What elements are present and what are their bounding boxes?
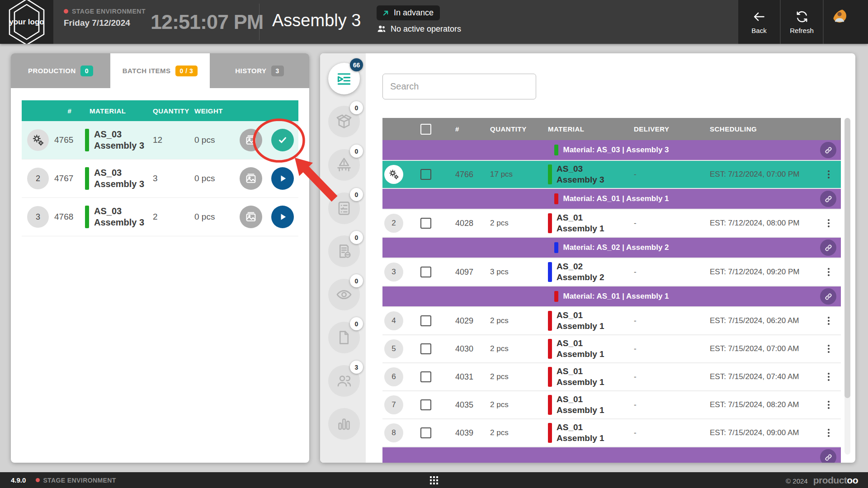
- work-order-row[interactable]: 840392 pcsAS_01Assembly 1-EST: 7/15/2024…: [382, 419, 841, 446]
- col-quantity: QUANTITY: [488, 125, 546, 133]
- header-divider: [259, 4, 259, 40]
- row-order-number: 5: [384, 339, 403, 358]
- image-button[interactable]: [240, 206, 262, 228]
- row-menu-button[interactable]: [816, 317, 841, 325]
- logo-text: your logo: [0, 18, 53, 27]
- work-order-row[interactable]: 440292 pcsAS_01Assembly 1-EST: 7/15/2024…: [382, 307, 841, 334]
- group-link-button[interactable]: [820, 142, 836, 158]
- group-link-button[interactable]: [820, 239, 836, 256]
- material-name: Assembly 1: [557, 349, 604, 360]
- rail-item-document[interactable]: 0: [328, 322, 360, 353]
- row-scheduling: EST: 7/15/2024, 07:00 AM: [708, 344, 816, 353]
- status-block: In advance No active operators: [377, 5, 461, 34]
- material-text: AS_03Assembly 3: [94, 167, 144, 190]
- item-number: 4767: [54, 174, 85, 183]
- row-menu-button[interactable]: [816, 268, 841, 276]
- work-order-row[interactable]: 240282 pcsAS_01Assembly 1-EST: 7/12/2024…: [382, 210, 841, 237]
- work-order-row[interactable]: 740352 pcsAS_01Assembly 1-EST: 7/15/2024…: [382, 391, 841, 418]
- user-avatar-button[interactable]: [824, 0, 868, 44]
- environment-dot-icon: [36, 478, 40, 482]
- image-button[interactable]: [240, 129, 262, 151]
- material-code: AS_01: [557, 212, 604, 223]
- tab-badge: 0 / 3: [175, 66, 198, 76]
- row-checkbox[interactable]: [420, 343, 431, 354]
- tab-label: PRODUCTION: [28, 67, 76, 75]
- apps-grid-button[interactable]: [430, 476, 438, 484]
- work-order-row[interactable]: 476617 pcsAS_03Assembly 3-EST: 7/12/2024…: [382, 161, 841, 188]
- material-code: AS_01: [557, 310, 604, 321]
- material-color-bar: [548, 395, 552, 415]
- tab-production[interactable]: PRODUCTION0: [11, 53, 110, 88]
- material-text: AS_01Assembly 1: [557, 310, 604, 332]
- back-label: Back: [751, 27, 766, 34]
- row-checkbox[interactable]: [420, 267, 431, 277]
- start-button[interactable]: [271, 206, 294, 228]
- row-checkbox[interactable]: [420, 399, 431, 410]
- image-button-cell: [235, 206, 267, 228]
- material-name: Assembly 1: [557, 321, 604, 332]
- select-all-checkbox[interactable]: [420, 124, 431, 135]
- scrollbar-thumb[interactable]: [844, 118, 850, 398]
- apps-grid-icon: [430, 476, 438, 484]
- batch-item-row[interactable]: 4765AS_03Assembly 3120 pcs: [22, 121, 298, 160]
- image-button-cell: [235, 167, 267, 190]
- row-checkbox[interactable]: [420, 169, 431, 180]
- tab-history[interactable]: HISTORY3: [210, 53, 309, 88]
- footer-bar: 4.9.0 STAGE ENVIRONMENT © 2024 productoo: [0, 472, 868, 488]
- row-checkbox[interactable]: [420, 315, 431, 326]
- quantity-value: 3: [153, 174, 192, 183]
- row-checkbox[interactable]: [420, 218, 431, 229]
- row-checkbox[interactable]: [420, 427, 431, 438]
- rail-item-document-sign[interactable]: 0: [328, 235, 360, 267]
- row-number: 4039: [437, 428, 488, 438]
- environment-label: STAGE ENVIRONMENT: [72, 8, 146, 15]
- work-order-row[interactable]: 540302 pcsAS_01Assembly 1-EST: 7/15/2024…: [382, 335, 841, 362]
- confirm-button[interactable]: [271, 129, 294, 151]
- col-quantity: QUANTITY: [153, 107, 192, 115]
- refresh-button[interactable]: Refresh: [781, 0, 823, 44]
- rail-item-package-box[interactable]: 0: [328, 106, 360, 137]
- row-menu-button[interactable]: [816, 170, 841, 178]
- row-checkbox[interactable]: [420, 371, 431, 382]
- rail-count-badge: 3: [350, 361, 363, 374]
- work-order-row[interactable]: 340973 pcsAS_02Assembly 2-EST: 7/12/2024…: [382, 258, 841, 286]
- operators-icon: [377, 24, 387, 34]
- footer-environment-label: STAGE ENVIRONMENT: [43, 477, 116, 484]
- row-menu-button[interactable]: [816, 373, 841, 381]
- rail-item-team[interactable]: 3: [328, 365, 360, 397]
- refresh-label: Refresh: [790, 27, 814, 34]
- material-color-bar: [548, 339, 552, 359]
- material-name: Assembly 3: [557, 174, 604, 185]
- rail-item-bar-chart[interactable]: [328, 408, 360, 440]
- brand-logo: productoo: [813, 475, 858, 486]
- row-menu-button[interactable]: [816, 219, 841, 227]
- row-menu-button[interactable]: [816, 429, 841, 437]
- group-link-button[interactable]: [820, 288, 836, 305]
- batch-item-row[interactable]: 24767AS_03Assembly 330 pcs: [22, 160, 298, 198]
- rail-item-checklist[interactable]: 0: [328, 192, 360, 224]
- material-group-row: Material: AS_03 | Assembly 3: [382, 140, 841, 160]
- row-number: 4031: [437, 372, 488, 382]
- start-button[interactable]: [271, 167, 294, 190]
- back-button[interactable]: Back: [738, 0, 780, 44]
- group-link-button[interactable]: [820, 191, 836, 207]
- row-quantity: 2 pcs: [488, 344, 546, 353]
- rail-item-machine-warning[interactable]: 0: [328, 149, 360, 181]
- image-button[interactable]: [240, 167, 262, 190]
- rail-item-eye[interactable]: 0: [328, 279, 360, 310]
- scrollbar-track[interactable]: [844, 118, 850, 455]
- quantity-value: 12: [153, 135, 192, 145]
- row-menu-button[interactable]: [816, 345, 841, 353]
- image-button-cell: [235, 129, 267, 151]
- tab-batch-items[interactable]: BATCH ITEMS0 / 3: [110, 53, 210, 88]
- batch-item-row[interactable]: 34768AS_03Assembly 320 pcs: [22, 198, 298, 236]
- col-scheduling: SCHEDULING: [708, 125, 816, 133]
- action-button-cell: [267, 129, 298, 151]
- rail-item-production-queue[interactable]: 66: [328, 63, 360, 94]
- search-input[interactable]: [382, 74, 536, 99]
- row-menu-button[interactable]: [816, 401, 841, 409]
- status-badge-label: In advance: [394, 8, 434, 18]
- work-order-row[interactable]: 640312 pcsAS_01Assembly 1-EST: 7/15/2024…: [382, 363, 841, 390]
- material-group-row: Material: AS_01 | Assembly 1: [382, 189, 841, 209]
- group-link-button[interactable]: [820, 449, 836, 463]
